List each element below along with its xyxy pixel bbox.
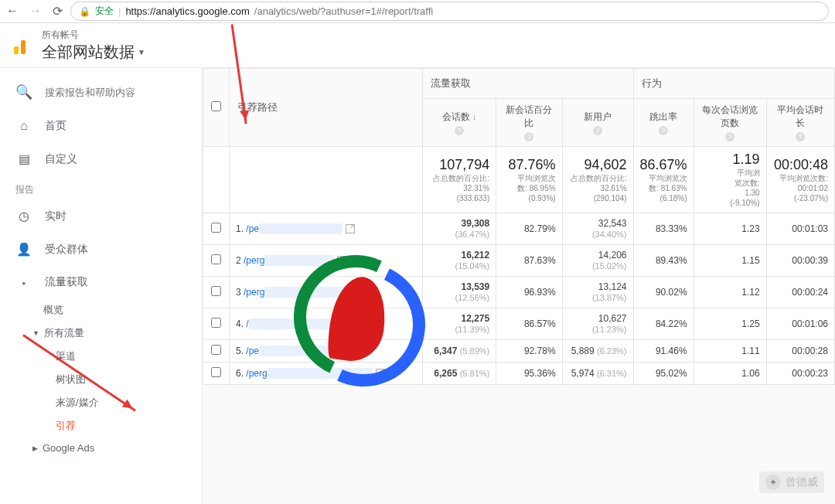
- help-icon[interactable]: ?: [725, 132, 734, 141]
- back-button[interactable]: ←: [6, 4, 19, 19]
- cell-bounce: 84.22%: [633, 308, 694, 340]
- cell-path[interactable]: 5. /pe: [230, 340, 423, 363]
- row-checkbox[interactable]: [211, 345, 221, 355]
- cell-path[interactable]: 2 /perg: [230, 245, 423, 277]
- property-selector[interactable]: 全部网站数据▼: [42, 42, 145, 63]
- cell-new-users: 5,889 (6.23%): [562, 340, 633, 363]
- row-checkbox[interactable]: [211, 318, 221, 328]
- chevron-down-icon: ▼: [138, 48, 145, 56]
- external-link-icon[interactable]: [336, 346, 346, 356]
- home-icon: ⌂: [15, 119, 32, 133]
- browser-toolbar: ← → ⟳ 🔒 安全 | https://analytics.google.co…: [0, 0, 835, 23]
- cell-new-pct: 95.36%: [496, 363, 562, 385]
- cell-new-pct: 86.57%: [496, 308, 562, 340]
- chevron-down-icon: ▼: [32, 329, 39, 337]
- cell-sessions: 6,347 (5.89%): [423, 340, 496, 363]
- sidebar-sub-referrals[interactable]: 引荐: [0, 414, 202, 438]
- cell-duration: 00:00:23: [766, 363, 834, 385]
- cell-path[interactable]: 3 /perg: [230, 277, 423, 308]
- url-host: https://analytics.google.com: [125, 5, 249, 17]
- cell-duration: 00:01:03: [766, 213, 834, 245]
- sidebar-search[interactable]: 🔍: [0, 74, 202, 110]
- forward-button[interactable]: →: [29, 4, 42, 19]
- report-main: 引荐路径 流量获取 行为 会话数 ↓? 新会话百分比? 新用户? 跳出率? 每次…: [203, 68, 835, 504]
- external-link-icon[interactable]: [354, 288, 363, 297]
- row-checkbox[interactable]: [211, 254, 221, 264]
- table-row[interactable]: 1. /pe39,308 (36.47%)82.79%32,543 (34.40…: [203, 213, 835, 245]
- row-checkbox[interactable]: [211, 286, 221, 296]
- sidebar-section-reports: 报告: [0, 175, 202, 199]
- chevron-right-icon: ▶: [32, 444, 38, 452]
- cell-pages: 1.25: [694, 308, 766, 340]
- col-sessions[interactable]: 会话数 ↓?: [423, 99, 496, 147]
- col-new-users[interactable]: 新用户?: [562, 99, 633, 147]
- watermark: ✦ 曾德威: [759, 472, 824, 493]
- table-row[interactable]: 6. /perg6,265 (5.81%)95.36%5,974 (6.31%)…: [203, 363, 835, 385]
- cell-sessions: 16,212 (15.04%): [423, 245, 496, 277]
- cell-duration: 00:00:39: [766, 245, 834, 277]
- help-icon[interactable]: ?: [659, 126, 668, 135]
- external-link-icon[interactable]: [339, 319, 349, 329]
- cell-bounce: 83.33%: [633, 213, 694, 245]
- col-bounce-rate[interactable]: 跳出率?: [633, 99, 694, 147]
- cell-path[interactable]: 4. /: [230, 308, 423, 340]
- external-link-icon[interactable]: [337, 256, 346, 265]
- col-avg-duration[interactable]: 平均会话时长?: [766, 99, 834, 147]
- table-row[interactable]: 4. /12,275 (11.39%)86.57%10,627 (11.23%)…: [203, 308, 835, 340]
- sidebar-item-home[interactable]: ⌂首页: [0, 110, 202, 142]
- cell-path[interactable]: 1. /pe: [230, 213, 423, 245]
- report-table: 引荐路径 流量获取 行为 会话数 ↓? 新会话百分比? 新用户? 跳出率? 每次…: [203, 68, 835, 385]
- cell-sessions: 6,265 (5.81%): [423, 363, 496, 385]
- sidebar-item-acquisition[interactable]: ⬩流量获取: [0, 266, 202, 298]
- sidebar-sub-treemap[interactable]: 树状图: [0, 368, 202, 391]
- secure-label: 安全: [95, 5, 114, 18]
- cell-duration: 00:00:24: [766, 277, 834, 308]
- col-referral-path[interactable]: 引荐路径: [230, 69, 423, 147]
- select-all-checkbox[interactable]: [211, 101, 221, 111]
- col-checkbox: [203, 69, 230, 147]
- table-row[interactable]: 2 /perg16,212 (15.04%)87.63%14,206 (15.0…: [203, 245, 835, 277]
- person-icon: 👤: [15, 242, 32, 257]
- cell-new-users: 14,206 (15.02%): [562, 245, 633, 277]
- table-row[interactable]: 5. /pe6,347 (5.89%)92.78%5,889 (6.23%)91…: [203, 340, 835, 363]
- external-link-icon[interactable]: [376, 369, 385, 378]
- row-checkbox[interactable]: [211, 367, 221, 377]
- cell-new-users: 10,627 (11.23%): [562, 308, 633, 340]
- sidebar-sub-overview[interactable]: 概览: [0, 298, 202, 322]
- sidebar-sub-google-ads[interactable]: ▶Google Ads: [0, 438, 202, 458]
- sidebar-item-custom[interactable]: ▤自定义: [0, 142, 202, 175]
- analytics-logo-icon: [12, 36, 32, 56]
- sidebar-item-realtime[interactable]: ◷实时: [0, 199, 202, 233]
- cell-path[interactable]: 6. /perg: [230, 363, 423, 385]
- sidebar-sub-channels[interactable]: 渠道: [0, 345, 202, 368]
- cell-sessions: 12,275 (11.39%): [423, 308, 496, 340]
- external-link-icon[interactable]: [346, 224, 355, 233]
- sidebar-sub-all-traffic[interactable]: ▼所有流量: [0, 322, 202, 345]
- cell-new-pct: 82.79%: [496, 213, 562, 245]
- cell-pages: 1.15: [694, 245, 766, 277]
- row-checkbox[interactable]: [211, 223, 221, 233]
- sidebar-sub-source-medium[interactable]: 来源/媒介: [0, 391, 202, 414]
- group-behavior: 行为: [633, 69, 834, 99]
- help-icon[interactable]: ?: [524, 132, 533, 141]
- group-acquisition: 流量获取: [423, 69, 634, 99]
- address-bar[interactable]: 🔒 安全 | https://analytics.google.com/anal…: [70, 2, 829, 21]
- cell-pages: 1.06: [694, 363, 766, 385]
- col-pages-per-session[interactable]: 每次会话浏览页数?: [694, 99, 766, 147]
- help-icon[interactable]: ?: [593, 126, 602, 135]
- cell-sessions: 13,539 (12.56%): [423, 277, 496, 308]
- dashboard-icon: ▤: [15, 152, 32, 166]
- help-icon[interactable]: ?: [796, 132, 805, 141]
- cell-bounce: 89.43%: [633, 245, 694, 277]
- help-icon[interactable]: ?: [455, 126, 464, 135]
- cell-pages: 1.12: [694, 277, 766, 308]
- cell-bounce: 90.02%: [633, 277, 694, 308]
- col-new-session-pct[interactable]: 新会话百分比?: [496, 99, 562, 147]
- search-input[interactable]: [45, 87, 169, 98]
- clock-icon: ◷: [15, 209, 32, 223]
- sidebar-item-audience[interactable]: 👤受众群体: [0, 233, 202, 266]
- url-path: /analytics/web/?authuser=1#/report/traff…: [254, 5, 433, 17]
- reload-button[interactable]: ⟳: [53, 4, 63, 19]
- cell-duration: 00:00:28: [766, 340, 834, 363]
- table-row[interactable]: 3 /perg13,539 (12.56%)96.93%13,124 (13.8…: [203, 277, 835, 308]
